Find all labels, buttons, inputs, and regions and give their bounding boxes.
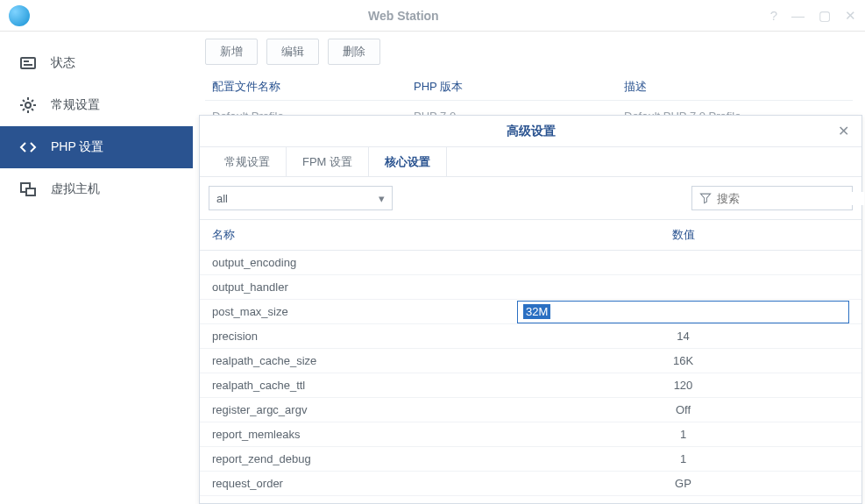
add-button[interactable]: 新增: [205, 39, 258, 65]
col-header-name[interactable]: 配置文件名称: [212, 79, 414, 95]
edit-button[interactable]: 编辑: [266, 39, 319, 65]
grid-row[interactable]: register_argc_argvOff: [200, 398, 861, 422]
grid-row[interactable]: realpath_cache_size16K: [200, 349, 861, 373]
grid-cell-name: report_zend_debug: [212, 452, 517, 465]
svg-rect-5: [26, 188, 35, 195]
filter-icon: [699, 192, 712, 204]
grid-cell-value[interactable]: 120: [517, 379, 849, 392]
grid-row[interactable]: output_handler: [200, 275, 861, 300]
main-panel: 新增 编辑 删除 配置文件名称 PHP 版本 描述 Default Profil…: [193, 32, 865, 504]
table-header: 配置文件名称 PHP 版本 描述: [205, 74, 853, 101]
tab-general[interactable]: 常规设置: [209, 147, 287, 176]
grid-cell-value[interactable]: 14: [517, 330, 849, 343]
window-controls: ? — ▢ ✕: [770, 8, 856, 24]
grid-row[interactable]: output_encoding: [200, 251, 861, 275]
tab-fpm[interactable]: FPM 设置: [287, 147, 369, 176]
advanced-settings-dialog: 高级设置 ✕ 常规设置 FPM 设置 核心设置 all ▾ 名称: [199, 115, 862, 504]
value-input[interactable]: 32M: [517, 301, 849, 323]
sidebar: 状态 常规设置 PHP 设置 虚拟主机: [0, 32, 193, 504]
col-header-version[interactable]: PHP 版本: [414, 79, 624, 95]
maximize-icon[interactable]: ▢: [819, 8, 831, 24]
grid-cell-name: realpath_cache_size: [212, 354, 517, 367]
dialog-header: 高级设置 ✕: [200, 116, 861, 147]
grid-col-value[interactable]: 数值: [517, 227, 849, 243]
grid-cell-name: output_encoding: [212, 256, 517, 269]
tab-core[interactable]: 核心设置: [369, 147, 447, 176]
grid-cell-value[interactable]: 16K: [517, 354, 849, 367]
sidebar-item-label: 状态: [51, 55, 75, 71]
grid-cell-name: report_memleaks: [212, 428, 517, 441]
sidebar-item-status[interactable]: 状态: [0, 42, 193, 84]
col-header-desc[interactable]: 描述: [624, 79, 846, 95]
vhost-icon: [19, 181, 37, 198]
search-box[interactable]: [691, 186, 853, 210]
grid-row[interactable]: post_max_size32M: [200, 300, 861, 324]
grid-header: 名称 数值: [200, 219, 861, 251]
grid-cell-name: request_order: [212, 477, 517, 490]
grid-cell-name: post_max_size: [212, 305, 517, 318]
svg-rect-1: [24, 60, 29, 62]
code-icon: [19, 138, 37, 156]
help-icon[interactable]: ?: [770, 8, 777, 24]
dialog-tabs: 常规设置 FPM 设置 核心设置: [200, 147, 861, 177]
grid-cell-name: register_argc_argv: [212, 403, 517, 416]
grid-cell-value[interactable]: GP: [517, 477, 849, 490]
app-icon: [9, 5, 30, 26]
gear-icon: [19, 96, 37, 114]
grid-cell-name: output_handler: [212, 280, 517, 294]
grid-cell-name: sendmail_from: [212, 501, 517, 503]
minimize-icon[interactable]: —: [791, 8, 805, 24]
grid-cell-value[interactable]: 1: [517, 428, 849, 441]
grid-row[interactable]: request_orderGP: [200, 472, 861, 496]
svg-rect-0: [21, 58, 35, 68]
sidebar-item-vhost[interactable]: 虚拟主机: [0, 168, 193, 210]
grid-cell-value[interactable]: 32M: [517, 301, 849, 323]
dialog-title: 高级设置: [200, 124, 861, 139]
filter-select[interactable]: all ▾: [209, 186, 393, 210]
grid-row[interactable]: report_memleaks1: [200, 422, 861, 447]
grid-row[interactable]: realpath_cache_ttl120: [200, 373, 861, 398]
grid-cell-value[interactable]: 1: [517, 452, 849, 465]
toolbar: 新增 编辑 删除: [205, 39, 853, 65]
grid-cell-name: realpath_cache_ttl: [212, 379, 517, 392]
grid-row[interactable]: report_zend_debug1: [200, 447, 861, 472]
svg-rect-2: [24, 64, 32, 66]
sidebar-item-general[interactable]: 常规设置: [0, 84, 193, 126]
sidebar-item-label: PHP 设置: [51, 139, 103, 155]
dialog-toolbar: all ▾: [200, 177, 861, 219]
dialog-close-icon[interactable]: ✕: [838, 123, 849, 139]
close-icon[interactable]: ✕: [845, 8, 856, 24]
svg-point-3: [25, 103, 31, 108]
delete-button[interactable]: 删除: [328, 39, 380, 65]
filter-selected: all: [216, 192, 228, 205]
grid-cell-name: precision: [212, 330, 517, 343]
grid-row[interactable]: precision14: [200, 324, 861, 349]
grid-col-name[interactable]: 名称: [212, 227, 517, 243]
grid-row[interactable]: sendmail_from: [200, 496, 861, 503]
grid-body: output_encodingoutput_handlerpost_max_si…: [200, 251, 861, 503]
status-icon: [19, 54, 37, 72]
sidebar-item-label: 虚拟主机: [51, 181, 100, 197]
chevron-down-icon: ▾: [379, 192, 385, 205]
search-input[interactable]: [717, 192, 864, 205]
sidebar-item-label: 常规设置: [51, 97, 100, 113]
window-title: Web Station: [37, 9, 770, 23]
sidebar-item-php[interactable]: PHP 设置: [0, 126, 193, 168]
grid-cell-value[interactable]: Off: [517, 403, 849, 416]
titlebar: Web Station ? — ▢ ✕: [0, 0, 865, 32]
